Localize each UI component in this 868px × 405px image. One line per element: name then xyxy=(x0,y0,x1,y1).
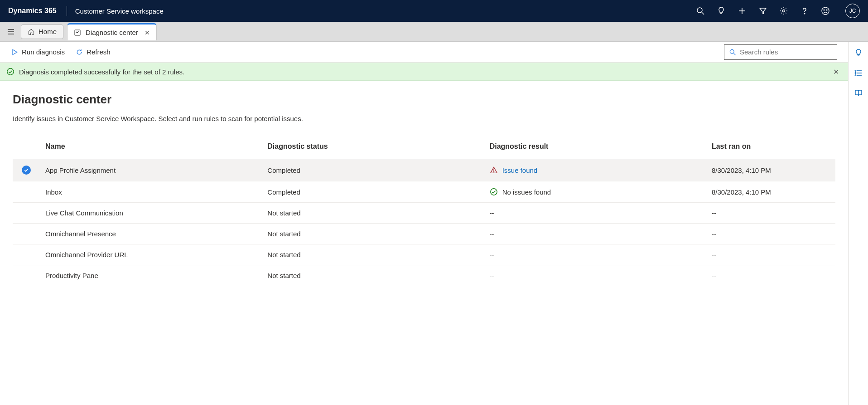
svg-point-24 xyxy=(855,70,856,71)
page-description: Identify issues in Customer Service Work… xyxy=(13,115,835,122)
warning-icon xyxy=(490,166,498,174)
table-row[interactable]: Productivity PaneNot started---- xyxy=(13,265,835,286)
svg-point-25 xyxy=(855,73,856,73)
list-icon[interactable] xyxy=(854,68,863,78)
row-select[interactable] xyxy=(13,159,40,181)
plus-icon[interactable] xyxy=(738,6,747,15)
svg-line-1 xyxy=(702,12,704,15)
row-lastran: -- xyxy=(706,265,835,286)
col-name[interactable]: Name xyxy=(40,137,262,159)
row-result: -- xyxy=(484,265,706,286)
svg-point-0 xyxy=(697,8,702,13)
svg-line-15 xyxy=(733,53,735,55)
success-icon xyxy=(6,68,14,76)
tab-home-label: Home xyxy=(39,28,57,35)
diagnostic-table: Name Diagnostic status Diagnostic result… xyxy=(13,137,835,286)
row-lastran: 8/30/2023, 4:10 PM xyxy=(706,181,835,203)
row-name: Live Chat Communication xyxy=(40,203,262,224)
row-status: Not started xyxy=(262,244,484,265)
table-row[interactable]: Omnichannel PresenceNot started---- xyxy=(13,224,835,244)
row-lastran: 8/30/2023, 4:10 PM xyxy=(706,159,835,181)
page-content: Diagnostic center Identify issues in Cus… xyxy=(0,81,848,405)
command-bar: Run diagnosis Refresh xyxy=(0,42,848,63)
workspace-name[interactable]: Customer Service workspace xyxy=(75,7,164,15)
side-pane xyxy=(848,42,868,405)
svg-point-8 xyxy=(824,10,825,10)
notification-message: Diagnosis completed successfully for the… xyxy=(19,68,184,76)
play-icon xyxy=(11,49,18,56)
hamburger-icon[interactable] xyxy=(5,25,17,38)
run-diagnosis-button[interactable]: Run diagnosis xyxy=(11,48,65,56)
col-result[interactable]: Diagnostic result xyxy=(484,137,706,159)
gear-icon[interactable] xyxy=(779,6,788,15)
table-row[interactable]: Live Chat CommunicationNot started---- xyxy=(13,203,835,224)
row-name: Omnichannel Provider URL xyxy=(40,244,262,265)
run-diagnosis-label: Run diagnosis xyxy=(22,48,65,56)
row-result: -- xyxy=(484,203,706,224)
row-select[interactable] xyxy=(13,203,40,224)
row-lastran: -- xyxy=(706,203,835,224)
check-icon xyxy=(22,166,31,175)
search-rules-input[interactable] xyxy=(740,48,832,56)
row-status: Completed xyxy=(262,159,484,181)
row-name: Omnichannel Presence xyxy=(40,224,262,244)
search-icon xyxy=(729,49,736,56)
tab-home[interactable]: Home xyxy=(21,24,63,39)
row-name: Inbox xyxy=(40,181,262,203)
svg-point-5 xyxy=(783,10,785,12)
svg-point-6 xyxy=(804,13,805,14)
table-row[interactable]: InboxCompletedNo issues found8/30/2023, … xyxy=(13,181,835,203)
svg-point-19 xyxy=(490,189,497,195)
close-tab-icon[interactable]: ✕ xyxy=(143,29,152,36)
table-row[interactable]: Omnichannel Provider URLNot started---- xyxy=(13,244,835,265)
row-select[interactable] xyxy=(13,224,40,244)
col-status[interactable]: Diagnostic status xyxy=(262,137,484,159)
tab-active-label: Diagnostic center xyxy=(86,29,138,36)
row-status: Not started xyxy=(262,224,484,244)
row-status: Not started xyxy=(262,203,484,224)
page-title: Diagnostic center xyxy=(13,93,835,107)
refresh-label: Refresh xyxy=(87,48,111,56)
row-lastran: -- xyxy=(706,244,835,265)
row-name: Productivity Pane xyxy=(40,265,262,286)
row-result: -- xyxy=(484,244,706,265)
row-status: Completed xyxy=(262,181,484,203)
tab-diagnostic-center[interactable]: Diagnostic center ✕ xyxy=(67,23,157,40)
svg-point-26 xyxy=(855,75,856,76)
face-icon[interactable] xyxy=(821,6,830,15)
app-title[interactable]: Dynamics 365 xyxy=(8,7,57,15)
search-icon[interactable] xyxy=(696,6,705,15)
app-header: Dynamics 365 Customer Service workspace … xyxy=(0,0,868,22)
row-status: Not started xyxy=(262,265,484,286)
user-avatar[interactable]: JC xyxy=(845,4,860,18)
row-select[interactable] xyxy=(13,265,40,286)
row-result[interactable]: Issue found xyxy=(484,159,706,181)
help-icon[interactable] xyxy=(800,6,809,15)
close-notification-icon[interactable]: ✕ xyxy=(830,68,842,76)
row-select[interactable] xyxy=(13,181,40,203)
col-select xyxy=(13,137,40,159)
success-icon xyxy=(490,188,498,196)
row-lastran: -- xyxy=(706,224,835,244)
row-name: App Profile Assignment xyxy=(40,159,262,181)
tabs-bar: Home Diagnostic center ✕ xyxy=(0,22,868,42)
divider xyxy=(67,6,67,16)
refresh-icon xyxy=(76,49,83,56)
svg-point-9 xyxy=(826,10,827,10)
svg-point-7 xyxy=(822,7,829,15)
lightbulb-icon[interactable] xyxy=(854,48,863,58)
search-rules-box[interactable] xyxy=(724,44,837,60)
svg-point-14 xyxy=(730,49,734,54)
filter-icon[interactable] xyxy=(758,6,767,15)
diagnostic-icon xyxy=(74,29,81,36)
col-lastran[interactable]: Last ran on xyxy=(706,137,835,159)
home-icon xyxy=(28,28,35,35)
table-row[interactable]: App Profile AssignmentCompletedIssue fou… xyxy=(13,159,835,181)
book-icon[interactable] xyxy=(854,88,863,98)
lightbulb-icon[interactable] xyxy=(717,6,726,15)
svg-point-16 xyxy=(7,68,14,75)
refresh-button[interactable]: Refresh xyxy=(76,48,111,56)
row-select[interactable] xyxy=(13,244,40,265)
row-result: -- xyxy=(484,224,706,244)
row-result: No issues found xyxy=(484,181,706,203)
